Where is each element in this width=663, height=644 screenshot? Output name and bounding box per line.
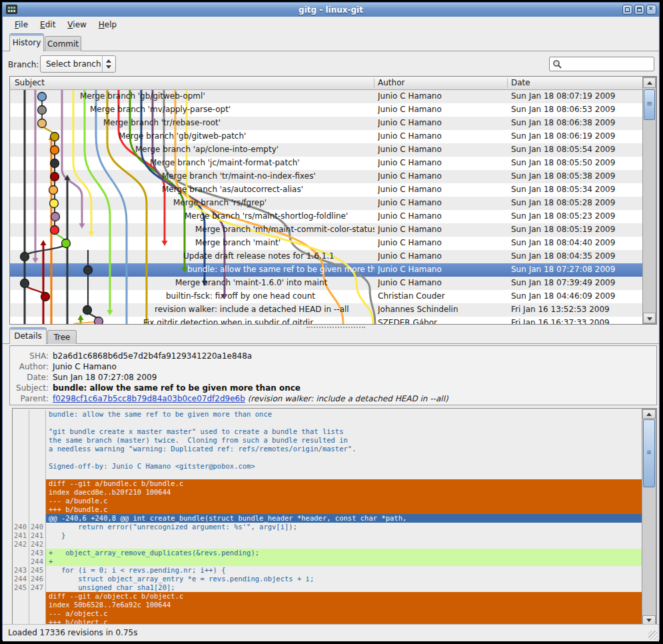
commit-author: Junio C Hamano xyxy=(378,145,504,154)
menubar: FileEditViewHelp xyxy=(3,17,659,32)
commit-author: Junio C Hamano xyxy=(378,105,504,114)
diff-view[interactable]: bundle: allow the same ref to be given m… xyxy=(12,408,657,626)
commit-author: Junio C Hamano xyxy=(378,91,504,101)
column-header-date[interactable]: Date xyxy=(511,78,530,87)
menu-view[interactable]: View xyxy=(62,19,91,31)
diff-line: 240240 return error("unrecognized argume… xyxy=(13,523,642,531)
maximize-button[interactable] xyxy=(634,5,644,15)
commit-author: Junio C Hamano xyxy=(378,225,504,234)
status-text: Loaded 17336 revisions in 0.75s xyxy=(8,628,137,637)
diff-line xyxy=(13,471,642,479)
commit-subject: Merge branch 'rs/maint-shortlog-foldline… xyxy=(185,211,374,221)
titlebar[interactable]: gitg - linux-git ✕ xyxy=(3,3,659,17)
details-tab-divider xyxy=(3,343,659,344)
commit-author: Junio C Hamano xyxy=(378,131,504,141)
parent-sha-link[interactable]: f0298cf1c6a7b5cc8b79d84a03b0ce07df2d9e6b xyxy=(53,394,245,403)
commit-subject: Merge branch 'as/autocorrect-alias' xyxy=(162,185,374,194)
parent-label: Parent: xyxy=(10,394,49,403)
commit-date: Sun Jan 18 08:05:50 2009 xyxy=(511,158,641,167)
parent-subject: (revision walker: include a detached HEA… xyxy=(248,394,448,403)
commit-row[interactable]: revision walker: include a detached HEAD… xyxy=(10,303,642,317)
commit-row[interactable]: Merge branch 'tr/maint-no-index-fixes'Ju… xyxy=(10,170,642,183)
tab-history[interactable]: History xyxy=(9,33,44,51)
branch-select[interactable]: Select branch xyxy=(40,55,116,73)
commit-list: Subject Author Date Merge branch 'gb/git… xyxy=(9,76,657,325)
commit-subject: Update draft release notes for 1.6.1.1 xyxy=(183,251,374,261)
commit-author: Junio C Hamano xyxy=(378,265,504,274)
column-header-author[interactable]: Author xyxy=(378,78,404,87)
commit-date: Fri Jan 16 16:37:33 2009 xyxy=(511,318,641,324)
tab-tree[interactable]: Tree xyxy=(47,330,77,344)
commit-row[interactable]: Merge branch 'as/autocorrect-alias'Junio… xyxy=(10,183,642,197)
commit-row[interactable]: builtin-fsck: fix off by one head countC… xyxy=(10,290,642,303)
commit-date: Sun Jan 18 08:06:38 2009 xyxy=(511,118,641,127)
commit-row[interactable]: bundle: allow the same ref to be given m… xyxy=(10,263,642,277)
commit-row[interactable]: Merge branch 'rs/maint-shortlog-foldline… xyxy=(10,210,642,223)
scroll-up-button[interactable] xyxy=(643,77,656,88)
diff-scroll-down-button[interactable] xyxy=(642,615,656,625)
commit-row[interactable]: Merge branch 'jc/maint-format-patch'Juni… xyxy=(10,157,642,170)
commit-row[interactable]: Merge branch 'mv/apply-parse-opt'Junio C… xyxy=(10,103,642,117)
commit-details-panel: SHA: b2a6d1c6868b6d5e7d2b4fa9129341220a1… xyxy=(9,345,657,405)
commit-subject: Fix gitdir detection when in subdir of g… xyxy=(143,318,374,324)
commit-row[interactable]: Merge branch 'gb/gitweb-patch'Junio C Ha… xyxy=(10,130,642,143)
commit-row[interactable]: Fix gitdir detection when in subdir of g… xyxy=(10,317,642,324)
commit-author: Junio C Hamano xyxy=(378,198,504,207)
search-input[interactable] xyxy=(549,57,654,71)
commit-date: Sun Jan 18 08:05:34 2009 xyxy=(511,185,641,194)
commit-row[interactable]: Merge branch 'mh/maint-commit-color-stat… xyxy=(10,223,642,237)
commit-author: Junio C Hamano xyxy=(378,118,504,127)
commit-author: Junio C Hamano xyxy=(378,278,504,287)
commit-row[interactable]: Merge branch 'maint'Junio C HamanoSun Ja… xyxy=(10,237,642,250)
pane-splitter[interactable] xyxy=(9,325,657,329)
diff-line: 243+ object_array_remove_duplicates(&rev… xyxy=(13,549,642,557)
diff-line: 243245 for (i = 0; i < revs.pending.nr; … xyxy=(13,566,642,575)
diff-line: --- a/object.c xyxy=(13,609,642,618)
scrollbar-thumb[interactable] xyxy=(644,89,655,120)
commit-date: Sun Jan 18 08:05:28 2009 xyxy=(511,198,641,207)
commit-row[interactable]: Update draft release notes for 1.6.1.1Ju… xyxy=(10,250,642,263)
resize-grip[interactable] xyxy=(648,631,658,640)
commit-date: Fri Jan 16 13:52:53 2009 xyxy=(511,305,641,314)
tab-divider xyxy=(3,51,659,51)
commit-author: Junio C Hamano xyxy=(378,158,504,167)
commit-author: Junio C Hamano xyxy=(378,238,504,247)
commit-date: Sun Jan 18 08:05:38 2009 xyxy=(511,171,641,181)
column-header-subject[interactable]: Subject xyxy=(15,78,45,87)
commit-date: Sun Jan 18 07:27:08 2009 xyxy=(511,265,641,274)
close-button[interactable]: ✕ xyxy=(646,5,656,15)
menu-edit[interactable]: Edit xyxy=(35,19,61,31)
diff-scroll-up-button[interactable] xyxy=(642,409,656,419)
diff-line: index daecd8e..b20f210 100644 xyxy=(13,488,642,497)
commit-row[interactable]: Merge branch 'rs/fgrep'Junio C HamanoSun… xyxy=(10,197,642,210)
commit-row[interactable]: Merge branch 'tr/rebase-root'Junio C Ham… xyxy=(10,117,642,130)
sha-value: b2a6d1c6868b6d5e7d2b4fa9129341220a1e848a xyxy=(53,351,252,361)
diff-line: 245247 unsigned char sha1[20]; xyxy=(13,583,642,592)
commit-row[interactable]: Merge branch 'ap/clone-into-empty'Junio … xyxy=(10,143,642,157)
commit-list-scrollbar[interactable] xyxy=(642,77,656,324)
branch-select-value: Select branch xyxy=(46,59,101,69)
subject-value: bundle: allow the same ref to be given m… xyxy=(53,383,301,393)
commit-date: Sun Jan 18 08:05:19 2009 xyxy=(511,225,641,234)
commit-row[interactable]: Merge branch 'gb/gitweb-opml'Junio C Ham… xyxy=(10,90,642,103)
commit-subject: Merge branch 'mv/apply-parse-opt' xyxy=(90,105,374,114)
branch-select-arrows xyxy=(102,56,115,72)
tab-details[interactable]: Details xyxy=(9,327,47,344)
diff-line: bundle: allow the same ref to be given m… xyxy=(13,410,642,419)
commit-date: Sun Jan 18 08:04:35 2009 xyxy=(511,251,641,261)
scroll-down-button[interactable] xyxy=(643,313,656,323)
commit-date: Sun Jan 18 08:07:19 2009 xyxy=(511,91,641,101)
diff-line: "git bundle create x master master" used… xyxy=(13,427,642,436)
diff-line: @@ -240,6 +240,8 @@ int create_bundle(st… xyxy=(13,514,642,523)
subject-label: Subject: xyxy=(10,383,49,393)
diff-scrollbar[interactable] xyxy=(642,409,656,625)
diff-line: Signed-off-by: Junio C Hamano <gitster@p… xyxy=(13,462,642,471)
commit-row[interactable]: Merge branch 'maint-1.6.0' into maintJun… xyxy=(10,277,642,290)
menu-help[interactable]: Help xyxy=(93,19,122,31)
menu-file[interactable]: File xyxy=(9,19,33,31)
tab-commit[interactable]: Commit xyxy=(45,36,81,51)
commit-author: Junio C Hamano xyxy=(378,171,504,181)
commit-author: Junio C Hamano xyxy=(378,251,504,261)
diff-scrollbar-thumb[interactable] xyxy=(643,419,655,487)
minimize-button[interactable] xyxy=(622,5,632,15)
